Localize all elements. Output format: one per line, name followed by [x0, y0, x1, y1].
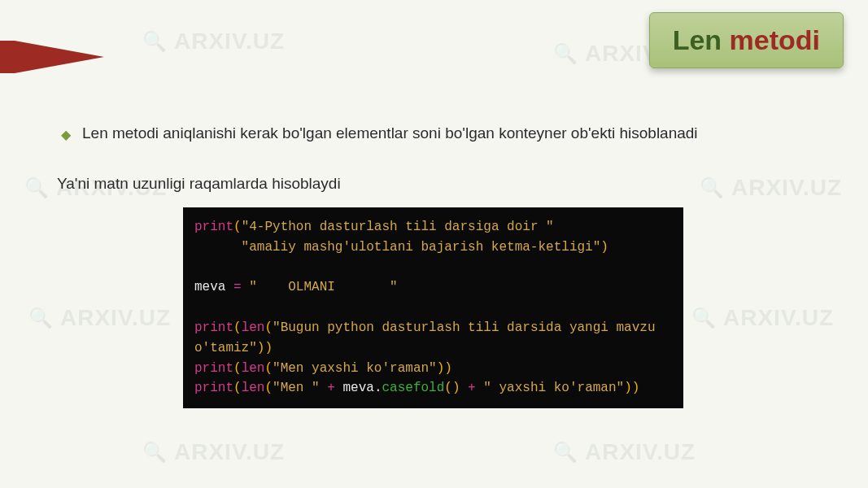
- bullet-text: Len metodi aniqlanishi kerak bo'lgan ele…: [82, 122, 698, 146]
- watermark: 🔍ARXIV.UZ: [142, 28, 285, 54]
- code-blank: [194, 258, 672, 278]
- bullet-section: ◆ Len metodi aniqlanishi kerak bo'lgan e…: [61, 122, 793, 146]
- watermark: 🔍ARXIV.UZ: [700, 175, 842, 201]
- code-line-1: print("4-Python dasturlash tili darsiga …: [194, 217, 672, 237]
- title-word1: Len: [673, 24, 722, 55]
- watermark: 🔍ARXIV.UZ: [142, 439, 285, 465]
- accent-bar: [0, 41, 15, 73]
- code-block: print("4-Python dasturlash tili darsiga …: [183, 207, 683, 408]
- watermark: 🔍ARXIV.UZ: [691, 305, 834, 331]
- code-line-4a: print(len("Bugun python dasturlash tili …: [194, 318, 672, 338]
- code-line-6: print(len("Men " + meva.casefold() + " y…: [194, 378, 672, 399]
- code-line-4b: o'tamiz")): [194, 338, 672, 359]
- code-blank: [194, 298, 672, 318]
- accent-arrow: [15, 41, 104, 73]
- code-line-2: "amaliy mashg'ulotlani bajarish ketma-ke…: [194, 237, 672, 258]
- watermark: 🔍ARXIV.UZ: [553, 439, 696, 465]
- subtext: Ya'ni matn uzunligi raqamlarda hisoblayd…: [57, 175, 341, 193]
- title-badge: Len metodi: [649, 12, 844, 68]
- code-line-3: meva = " OLMANI ": [194, 277, 672, 298]
- watermark: 🔍ARXIV.UZ: [28, 305, 171, 331]
- title-word2: metodi: [730, 24, 820, 55]
- bullet-marker-icon: ◆: [61, 125, 71, 145]
- bullet-item: ◆ Len metodi aniqlanishi kerak bo'lgan e…: [61, 122, 793, 146]
- code-line-5: print(len("Men yaxshi ko'raman")): [194, 359, 672, 379]
